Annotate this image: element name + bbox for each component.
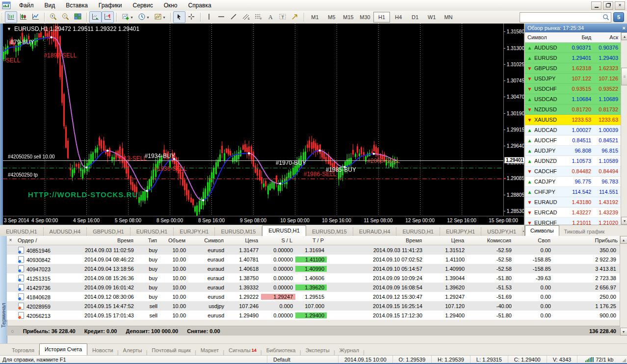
templates-button[interactable]: ▾ <box>152 11 168 23</box>
menu-item-Справка[interactable]: Справка <box>183 0 217 11</box>
terminal-tab-0[interactable]: Торговля| <box>7 346 39 355</box>
arrows-button[interactable] <box>289 11 301 23</box>
cursor-button[interactable] <box>173 11 185 23</box>
terminal-tab-2[interactable]: Новости| <box>87 346 118 355</box>
horizontal-line-button[interactable] <box>215 11 228 23</box>
minimize-button[interactable] <box>591 1 601 10</box>
timeframe-H1[interactable]: H1 <box>373 12 390 23</box>
history-col-10[interactable]: Комиссия <box>467 237 514 243</box>
col-symbol[interactable]: Символ <box>525 34 567 40</box>
text-button[interactable]: A <box>264 11 277 23</box>
resize-grip-icon[interactable]: ◢ <box>622 357 626 363</box>
auto-scroll-button[interactable] <box>89 11 102 23</box>
market-watch-row-AUDJPY[interactable]: ▲AUDJPY96.80896.815 <box>525 146 621 156</box>
vertical-line-button[interactable] <box>203 11 215 23</box>
market-watch-row-EURAUD[interactable]: ▼EURAUD1.431801.43192 <box>525 197 621 208</box>
close-button[interactable]: × <box>615 1 625 10</box>
history-row-40930842[interactable]: 409308422014.09.04 08:46:22buy10.00eurau… <box>7 255 620 264</box>
tab-tick-chart[interactable]: Тиковый график <box>559 227 610 236</box>
market-watch-row-AUDCAD[interactable]: ▲AUDCAD1.000271.00039 <box>525 125 621 135</box>
timeframe-M5[interactable]: M5 <box>323 12 340 23</box>
menu-item-Вставка[interactable]: Вставка <box>60 0 93 11</box>
terminal-tab-6[interactable]: Сигналы14| <box>224 346 261 355</box>
fibonacci-button[interactable]: F <box>252 11 264 23</box>
status-profile[interactable]: Default <box>267 356 338 364</box>
chart-shift-button[interactable] <box>102 11 114 23</box>
scroll-down-icon[interactable]: ▾ <box>621 217 627 225</box>
market-watch-row-AUDNZD[interactable]: ▲AUDNZD1.105731.10589 <box>525 156 621 166</box>
market-watch-row-USDJPY[interactable]: ▼USDJPY107.122107.126 <box>525 74 621 84</box>
history-row-42028959[interactable]: 420289592014.09.15 14:47:52sell10.00usdj… <box>7 301 620 311</box>
menu-item-Файл[interactable]: Файл <box>14 0 39 11</box>
history-col-6[interactable]: S / L <box>261 237 295 243</box>
market-watch-row-GBPUSD[interactable]: ▼GBPUSD1.623181.62323 <box>525 63 621 74</box>
history-row-40851946[interactable]: 408519462014.09.03 11:02:59buy10.00eurus… <box>7 245 620 255</box>
market-watch-row-CADJPY[interactable]: ▲CADJPY96.77596.783 <box>525 177 621 187</box>
price-axis[interactable]: 1.315801.313001.310251.307451.304701.301… <box>503 24 524 216</box>
time-axis[interactable]: 3 Sep 20144 Sep 00:004 Sep 16:005 Sep 08… <box>3 216 524 225</box>
scroll-thumb[interactable]: ≡ <box>621 68 627 85</box>
chart-menu-icon[interactable]: ▼ <box>7 26 11 31</box>
periods-button[interactable]: ▾ <box>135 11 152 23</box>
history-col-9[interactable]: Цена <box>424 237 467 243</box>
terminal-tab-5[interactable]: Маркет| <box>196 346 224 355</box>
history-col-1[interactable]: Время <box>62 237 136 243</box>
candle-chart-button[interactable] <box>17 11 29 23</box>
history-col-0[interactable]: Ордер / <box>15 237 62 243</box>
terminal-tab-4[interactable]: Почтовый ящик| <box>147 346 195 355</box>
market-watch-row-XAUUSD[interactable]: ▼XAUUSD1233.531233.63 <box>525 115 621 125</box>
chart-tab-10[interactable]: EURJPY,H1 <box>440 227 481 236</box>
history-row-40947023[interactable]: 409470232014.09.04 13:18:56buy10.00eurau… <box>7 264 620 273</box>
timeframe-M1[interactable]: M1 <box>307 12 323 23</box>
history-col-12[interactable]: Прибыль <box>553 237 620 243</box>
chart-tab-4[interactable]: EURJPY,H1 <box>174 227 215 236</box>
history-col-11[interactable]: Своп <box>514 237 553 243</box>
market-watch-row-EURUSD[interactable]: ▲EURUSD1.294011.29403 <box>525 53 621 63</box>
crosshair-button[interactable] <box>185 11 198 23</box>
status-connection[interactable]: 72/1 kb <box>577 356 619 364</box>
indicators-button[interactable]: ▾ <box>119 11 135 23</box>
history-row-42056213[interactable]: 420562132014.09.15 17:01:43sell10.00euru… <box>7 311 620 320</box>
history-col-7[interactable]: T / P <box>295 237 326 243</box>
chart-tab-3[interactable]: EURUSD,H1 <box>131 227 174 236</box>
market-watch-row-AUDUSD[interactable]: ▲AUDUSD0.903710.90376 <box>525 43 621 53</box>
bar-chart-button[interactable] <box>5 11 17 23</box>
market-watch-row-EURCHF[interactable]: ▼EURCHF1.210111.21020 <box>525 218 621 225</box>
terminal-tab-8[interactable]: Эксперты| <box>300 346 334 355</box>
zoom-out-button[interactable] <box>59 11 72 23</box>
timeframe-H4[interactable]: H4 <box>390 12 407 23</box>
history-col-8[interactable]: Время <box>326 237 424 243</box>
market-watch-scrollbar[interactable]: ▴ ≡ ▾ <box>621 32 627 225</box>
terminal-scrollbar[interactable]: ▴ ▾ <box>620 236 627 336</box>
market-watch-row-NZDUSD[interactable]: ▼NZDUSD0.817200.81732 <box>525 104 621 115</box>
market-watch-row-USDCAD[interactable]: ▲USDCAD1.106841.10689 <box>525 94 621 104</box>
terminal-tab-1[interactable]: История Счета <box>39 343 87 355</box>
chart-tab-5[interactable]: EURUSD,M15 <box>215 227 262 236</box>
terminal-side-strip[interactable]: Терминал <box>0 236 7 355</box>
timeframe-D1[interactable]: D1 <box>407 12 423 23</box>
history-col-2[interactable]: Тип <box>136 237 159 243</box>
notifications-badge[interactable]: 5 <box>613 12 624 22</box>
terminal-tab-3[interactable]: Алерты| <box>118 346 147 355</box>
history-col-5[interactable]: Цена <box>226 237 261 243</box>
tile-windows-button[interactable] <box>72 11 84 23</box>
menu-item-Окно[interactable]: Окно <box>158 0 183 11</box>
col-bid[interactable]: Бид <box>567 34 594 40</box>
timeframe-M15[interactable]: M15 <box>340 12 357 23</box>
restore-button[interactable] <box>603 1 613 10</box>
trendline-button[interactable] <box>228 11 240 23</box>
chart-tab-2[interactable]: GBPUSD,H1 <box>87 227 131 236</box>
chart-tab-8[interactable]: EURAUD,H4 <box>353 227 397 236</box>
chart-tab-11[interactable]: USDJPY,H1 <box>481 227 522 236</box>
chart-tab-1[interactable]: AUDUSD,H4 <box>44 227 87 236</box>
timeframe-M30[interactable]: M30 <box>357 12 373 23</box>
zoom-in-button[interactable] <box>47 11 59 23</box>
chart-canvas[interactable] <box>3 24 503 216</box>
menu-item-Графики[interactable]: Графики <box>93 0 128 11</box>
timeframe-W1[interactable]: W1 <box>423 12 440 23</box>
search-input[interactable] <box>520 14 602 21</box>
history-col-4[interactable]: Символ <box>188 237 226 243</box>
history-row-41840628[interactable]: 418406282014.09.12 08:30:06buy10.00eurus… <box>7 292 620 301</box>
history-close-icon[interactable]: × <box>7 237 14 244</box>
chart-tab-0[interactable]: EURUSD,H1 <box>0 227 44 236</box>
